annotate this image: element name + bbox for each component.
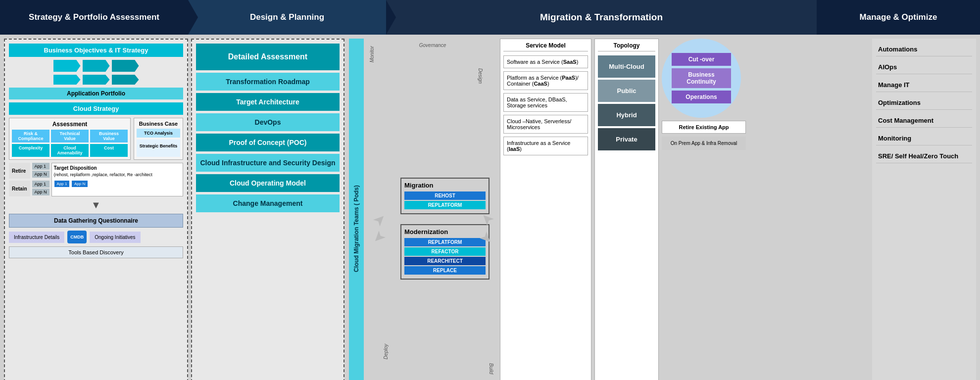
arrows-row-2 — [9, 75, 183, 85]
header-bar: Strategy & Portfolio Assessment Design &… — [0, 0, 980, 35]
ongoing-initiatives: Ongoing Initiatives — [90, 232, 140, 243]
ops-cloud-oval: Cut -over Business Continuity Operations — [662, 39, 741, 118]
assess-cost: Cost — [90, 144, 128, 157]
retire-apps: App 1 App N — [32, 163, 49, 179]
manage-optimizations: Optimizations — [876, 96, 972, 110]
saas-text: Software as a Service (SaaS) — [507, 59, 578, 65]
assess-risk: Risk &Compliance — [12, 130, 49, 142]
assess-business: BusinessValue — [90, 130, 128, 142]
paas-text: Platform as a Service (PaaS)/ Container … — [507, 75, 579, 87]
design-cloud-operating[interactable]: Cloud Operating Model — [196, 174, 340, 192]
build-label: Build — [489, 363, 494, 374]
rehost-badge: REHOST — [404, 191, 486, 200]
target-disp-apps: App 1 App N — [54, 180, 181, 188]
assess-cloud: CloudAmenability — [51, 144, 89, 157]
private-badge: Private — [598, 128, 655, 150]
business-obj-box: Business Objectives & IT Strategy — [9, 44, 183, 57]
modernization-title: Modernization — [404, 228, 486, 236]
migration-inner: Cloud Migration Teams ( Pods) Monitor Go… — [347, 39, 869, 380]
paas-item: Platform as a Service (PaaS)/ Container … — [503, 71, 588, 90]
design-label-v: Design — [478, 68, 483, 84]
header-manage: Manage & Optimize — [817, 0, 980, 35]
app-portfolio-box: Application Portfolio — [9, 88, 183, 99]
monitor-label: Monitor — [369, 46, 375, 62]
modernization-box: Modernization REPLATFORM REFACTOR REARCH… — [400, 224, 490, 280]
cloud-strategy-box: Cloud Strategy — [9, 102, 183, 115]
design-target-architecture[interactable]: Target Architecture — [196, 93, 340, 111]
design-transformation-roadmap[interactable]: Transformation Roadmap — [196, 73, 340, 91]
governance-label: Governance — [419, 43, 446, 48]
arrow-1 — [53, 60, 81, 72]
retire-label: Retire — [9, 163, 30, 179]
strategy-column: Business Objectives & IT Strategy Applic… — [4, 39, 188, 380]
mig-mod-boxes: Migration REHOST REPLATFORM Modernizatio… — [397, 175, 492, 283]
manage-monitoring: Monitoring — [876, 132, 972, 145]
design-cloud-infra[interactable]: Cloud Infrastructure and Security Design — [196, 154, 340, 172]
iaas-text: Infrastructure as a Service (IaaS) — [507, 140, 570, 152]
strategic-box: Strategic Benefits — [137, 140, 180, 157]
daas-text: Data as Service, DBaaS, Storage services — [507, 96, 567, 108]
refactor-badge: REFACTOR — [404, 247, 486, 256]
tco-box: TCO Analysis — [137, 129, 180, 138]
arrow-6 — [112, 75, 139, 85]
down-arrow: ▼ — [9, 199, 183, 211]
manage-column: Automations AIOps Manage IT Optimization… — [872, 39, 976, 380]
design-column: Detailed Assessment Transformation Roadm… — [191, 39, 344, 380]
manage-it: Manage IT — [876, 78, 972, 92]
retain-apps: App 1 App N — [32, 181, 49, 196]
deploy-label: Deploy — [383, 344, 389, 359]
target-disposition-box: Target Disposition (rehost, replatform ,… — [51, 163, 183, 196]
migration-section-title: Migration — [404, 182, 486, 189]
assessment-section: Assessment Risk &Compliance TechnicalVal… — [9, 118, 183, 160]
business-case-block: Business Case TCO Analysis Strategic Ben… — [134, 118, 183, 160]
retain-label: Retain — [9, 181, 30, 196]
design-devops[interactable]: DevOps — [196, 113, 340, 131]
strategy-title: Strategy & Portfolio Assessment — [29, 12, 159, 23]
main-content: Business Objectives & IT Strategy Applic… — [0, 35, 980, 380]
retain-app1-tag: App 1 — [32, 181, 49, 188]
topology-column: Topology Multi-Cloud Public Hybrid Priva… — [594, 39, 659, 380]
design-poc[interactable]: Proof of Concept (POC) — [196, 134, 340, 151]
assessment-title: Assessment — [12, 121, 128, 128]
topology-title: Topology — [598, 42, 655, 51]
app1-blue: App 1 — [54, 181, 70, 187]
assess-complexity: Complexity — [12, 144, 49, 157]
on-prem-box: On Prem App & Infra Removal — [662, 137, 746, 150]
retire-existing-box: Retire Existing App — [662, 121, 746, 134]
header-design: Design & Planning — [188, 0, 386, 35]
assess-technical: TechnicalValue — [51, 130, 89, 142]
service-model-title: Service Model — [503, 42, 588, 51]
hybrid-badge: Hybrid — [598, 104, 655, 126]
migration-teams-label: Cloud Migration Teams ( Pods) — [349, 39, 364, 380]
data-gathering-box: Data Gathering Questionnaire — [9, 214, 183, 228]
left-arrows: ➤ ➤ — [373, 211, 386, 246]
cloud-native-item: Cloud –Native, Serverless/ Microservices — [503, 115, 588, 134]
infra-row: Infrastructure Details CMDB Ongoing Init… — [9, 231, 183, 243]
migration-box: Migration REHOST REPLATFORM — [400, 178, 490, 214]
arrow-5 — [83, 75, 110, 85]
replatform2-badge: REPLATFORM — [404, 238, 486, 246]
cycle-area: Monitor Governance ➤ ➤ Deploy Migration — [368, 39, 497, 380]
migration-column: Cloud Migration Teams ( Pods) Monitor Go… — [347, 39, 869, 380]
manage-aiops: AIOps — [876, 60, 972, 74]
target-disp-text: (rehost, replatform ,replace, refactor, … — [54, 172, 181, 177]
replace-badge: REPLACE — [404, 266, 486, 275]
operations-badge: Operations — [672, 91, 731, 103]
manage-title: Manage & Optimize — [860, 12, 937, 23]
cloud-native-text: Cloud –Native, Serverless/ Microservices — [507, 118, 571, 130]
arrow-2 — [83, 60, 110, 72]
rearchitect-badge: REARCHITECT — [404, 257, 486, 265]
design-change-mgmt[interactable]: Change Management — [196, 194, 340, 212]
business-continuity-badge: Business Continuity — [672, 68, 731, 88]
infra-details: Infrastructure Details — [9, 232, 64, 243]
appn-blue: App N — [72, 181, 88, 187]
manage-automations: Automations — [876, 43, 972, 56]
daas-item: Data as Service, DBaaS, Storage services — [503, 93, 588, 112]
tools-discovery-box: Tools Based Discovery — [9, 246, 183, 258]
arrow-4 — [53, 75, 81, 85]
design-detailed-assessment[interactable]: Detailed Assessment — [196, 44, 340, 70]
operations-column: Cut -over Business Continuity Operations… — [662, 39, 746, 380]
business-case-title: Business Case — [137, 121, 180, 127]
replatform-badge: REPLATFORM — [404, 201, 486, 209]
design-title: Design & Planning — [250, 12, 324, 22]
